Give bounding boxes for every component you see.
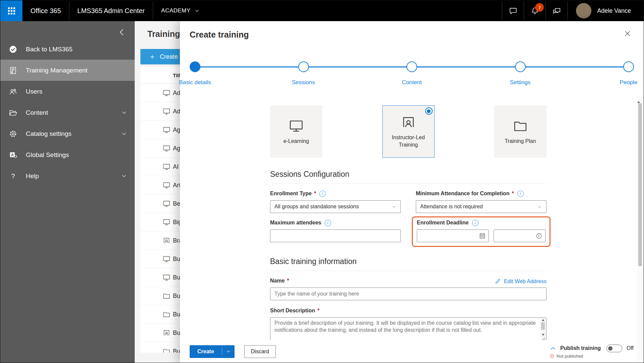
- enrollment-type-field: Enrollment Type * All groups and standal…: [270, 190, 401, 213]
- monitor-icon: [163, 107, 171, 115]
- office365-home-link[interactable]: Office 365: [22, 7, 69, 15]
- training-type-label: Training Plan: [501, 138, 540, 145]
- publish-toggle[interactable]: [606, 345, 622, 352]
- chat-button[interactable]: [502, 0, 524, 21]
- enrollment-type-label: Enrollment Type *: [270, 190, 401, 197]
- create-options-caret[interactable]: [222, 345, 235, 358]
- feedback-button[interactable]: [546, 0, 567, 21]
- training-type-label: e-Learning: [279, 138, 313, 145]
- sidebar-item[interactable]: Catalog settings: [0, 123, 135, 144]
- tenant-selector[interactable]: ACADEMY: [153, 7, 208, 14]
- maximum-attendees-input[interactable]: [270, 229, 401, 242]
- notification-badge: 7: [535, 3, 544, 12]
- sidebar-item[interactable]: ? Help: [0, 165, 135, 187]
- sidebar-item-label: Catalog settings: [26, 130, 71, 138]
- maximum-attendees-label: Maximum attendees: [270, 219, 401, 226]
- plus-icon: [149, 54, 155, 60]
- close-icon: [624, 30, 632, 38]
- publish-state-label: Off: [627, 345, 634, 351]
- enrollment-type-select[interactable]: All groups and standalone sessions: [270, 200, 401, 213]
- folder-icon: [163, 292, 171, 300]
- publish-training-label: Publish training: [560, 345, 601, 351]
- chevron-down-icon: [121, 131, 127, 137]
- required-marker: *: [287, 278, 289, 284]
- radio-selected-icon: [425, 107, 433, 115]
- sidebar-item[interactable]: Back to LMS365: [0, 39, 135, 60]
- create-split-button[interactable]: Create: [190, 345, 235, 358]
- step-label: People: [620, 79, 638, 86]
- training-row-title: Ad: [173, 108, 180, 115]
- chevron-down-icon: [537, 204, 542, 209]
- step-circle-icon: [190, 61, 200, 72]
- account-menu[interactable]: Adele Vance: [568, 3, 644, 18]
- scroll-down-icon[interactable]: [542, 334, 544, 336]
- admin-center-link[interactable]: LMS365 Admin Center: [69, 7, 153, 15]
- sidebar-item[interactable]: Training Management: [0, 60, 135, 81]
- monitor-icon: [163, 273, 171, 281]
- chevron-down-icon: [391, 204, 396, 209]
- training-type-label: Instructor-Led Training: [383, 134, 434, 148]
- info-icon[interactable]: [472, 220, 478, 226]
- modal-form: Sessions Configuration Enrollment Type *…: [270, 170, 546, 342]
- notifications-button[interactable]: 7: [524, 0, 545, 21]
- required-marker: *: [317, 308, 319, 314]
- scrollbar-thumb[interactable]: [541, 322, 545, 330]
- step-circle-icon: [623, 61, 634, 72]
- screen: Office 365 LMS365 Admin Center ACADEMY 7…: [0, 0, 644, 363]
- name-label: Name *: [270, 277, 289, 284]
- modal-scrollbar[interactable]: [637, 95, 643, 362]
- collapse-publish-button[interactable]: [550, 345, 557, 352]
- info-icon[interactable]: [319, 191, 326, 197]
- step-circle-icon: [406, 61, 417, 72]
- scroll-up-icon[interactable]: [542, 319, 544, 321]
- info-icon[interactable]: [325, 220, 331, 226]
- minimum-attendance-select[interactable]: Attendance is not required: [416, 200, 546, 213]
- stepper-step[interactable]: People: [623, 61, 634, 72]
- discard-button[interactable]: Discard: [244, 345, 276, 358]
- stepper: Basic details Sessions Content S: [190, 61, 634, 95]
- app-launcher-button[interactable]: [0, 0, 22, 21]
- publish-status: Not published: [550, 354, 583, 359]
- stepper-step[interactable]: Sessions: [298, 61, 309, 72]
- chevron-down-icon: [226, 349, 231, 354]
- waffle-icon: [7, 6, 16, 15]
- stepper-step[interactable]: Content: [406, 61, 417, 72]
- scrollbar-thumb[interactable]: [638, 103, 642, 266]
- chevron-left-icon: [117, 28, 126, 37]
- info-icon[interactable]: [517, 191, 524, 197]
- sidebar-item[interactable]: Users: [0, 81, 135, 102]
- sidebar-item-label: Global Settings: [26, 151, 69, 159]
- monitor-icon: [163, 144, 171, 152]
- training-type-card[interactable]: e-Learning: [270, 105, 322, 158]
- scroll-up-icon[interactable]: [637, 95, 640, 103]
- sidebar-item[interactable]: Content: [0, 102, 135, 123]
- maximum-attendees-field: Maximum attendees: [270, 219, 401, 242]
- sidebar-item[interactable]: Global Settings: [0, 144, 135, 165]
- training-name-input[interactable]: [270, 288, 546, 300]
- language-settings-icon: [9, 151, 17, 159]
- deadline-date-input[interactable]: [417, 229, 489, 242]
- help-icon: ?: [9, 172, 17, 180]
- training-type-card[interactable]: Instructor-Led Training: [382, 105, 435, 158]
- people-icon: [9, 87, 17, 96]
- step-label: Settings: [510, 79, 530, 86]
- stepper-step[interactable]: Settings: [515, 61, 526, 72]
- gear-icon: [9, 129, 17, 138]
- edit-web-address-link[interactable]: Edit Web Address: [495, 278, 546, 284]
- folder-icon: [163, 347, 171, 353]
- training-type-card[interactable]: Training Plan: [494, 105, 546, 158]
- short-description-textarea[interactable]: Provide a brief description of your trai…: [270, 317, 546, 342]
- sidebar-menu: Back to LMS365 Training Management Use: [0, 39, 135, 187]
- close-button[interactable]: [624, 29, 634, 39]
- training-row-title: Bu: [173, 293, 180, 300]
- user-name: Adele Vance: [597, 7, 631, 14]
- sidebar-collapse-button[interactable]: [117, 27, 127, 37]
- short-description-label: Short Description *: [270, 307, 546, 314]
- monitor-icon: [163, 218, 171, 226]
- step-circle-icon: [515, 61, 526, 72]
- calendar-icon[interactable]: [479, 232, 486, 239]
- training-type-cards: e-Learning Instructor-Led Training Train…: [270, 105, 546, 158]
- step-circle-icon: [298, 61, 309, 72]
- stepper-step[interactable]: Basic details: [190, 61, 200, 72]
- clock-icon[interactable]: [535, 232, 542, 239]
